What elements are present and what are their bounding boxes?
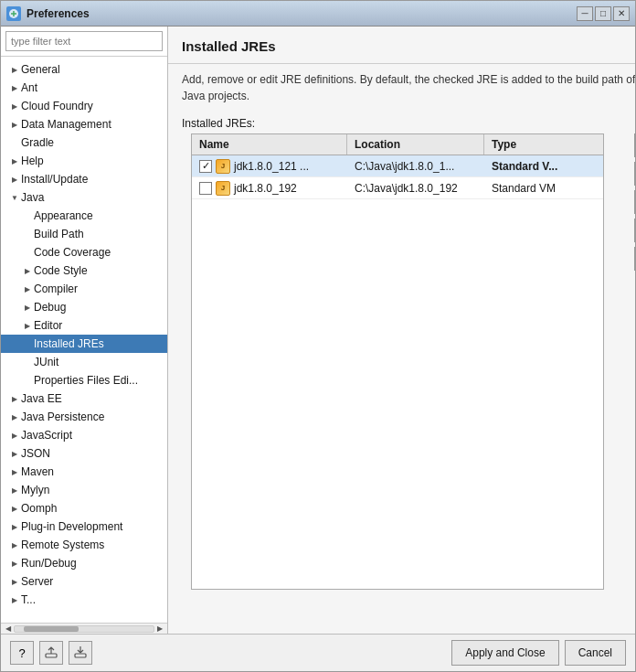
table-body: J jdk1.8.0_121 ... C:\Java\jdk1.8.0_1...… [192,155,603,199]
sidebar-label: Editor [34,319,62,332]
expand-arrow [8,191,21,204]
jre-name-cell: J jdk1.8.0_121 ... [192,157,347,176]
sidebar-item-remote-systems[interactable]: Remote Systems [1,536,167,554]
sidebar-item-general[interactable]: General [1,60,167,79]
sidebar-item-data-management[interactable]: Data Management [1,115,167,133]
panel-description: Add, remove or edit JRE definitions. By … [168,64,635,112]
expand-arrow [8,484,21,496]
sidebar-item-javascript[interactable]: JavaScript [1,426,167,444]
jre-name: jdk1.8.0_192 [234,182,297,195]
jre-name: jdk1.8.0_121 ... [234,160,309,173]
sidebar-label: JavaScript [21,429,72,442]
sidebar-item-properties-files-editor[interactable]: Properties Files Edi... [1,371,167,389]
expand-arrow [21,264,34,277]
duplicate-button[interactable]: Duplicate... [634,190,635,214]
edit-button[interactable]: Edit... [634,162,635,186]
tree-area: General Ant Cloud Foundry Data Managemen… [1,57,167,623]
sidebar-item-gradle[interactable]: Gradle [1,133,167,152]
jre-icon: J [216,181,230,196]
sidebar-item-cloud-foundry[interactable]: Cloud Foundry [1,97,167,115]
sidebar-item-build-path[interactable]: Build Path [1,225,167,243]
expand-arrow [8,465,21,478]
sidebar-item-ant[interactable]: Ant [1,79,167,97]
sidebar-item-help[interactable]: Help [1,152,167,170]
maximize-button[interactable]: □ [595,6,611,21]
sidebar-item-debug[interactable]: Debug [1,298,167,316]
jre-location-cell: C:\Java\jdk1.8.0_1... [347,158,484,175]
window-title: Preferences [26,7,577,20]
sidebar-item-java[interactable]: Java [1,188,167,207]
sidebar-item-code-style[interactable]: Code Style [1,261,167,280]
expand-arrow [8,502,21,515]
sidebar-label: Install/Update [21,173,88,186]
panel-title: Installed JREs [182,38,276,54]
help-button[interactable]: ? [10,641,34,665]
sidebar-label: Properties Files Edi... [34,374,138,387]
sidebar-item-compiler[interactable]: Compiler [1,280,167,298]
sidebar-item-junit[interactable]: JUnit [1,353,167,371]
sidebar-label: Build Path [34,228,84,240]
expand-arrow [8,81,21,94]
bottom-bar: ? Apply and Close Cancel [1,634,635,671]
import-button[interactable] [69,641,92,665]
sidebar-label: Plug-in Development [21,520,122,533]
sidebar-label: General [21,63,60,76]
scroll-left-arrow[interactable]: ◀ [3,624,14,635]
sidebar-item-server[interactable]: Server [1,572,167,591]
table-header: Name Location Type [192,134,603,155]
sidebar-item-run-debug[interactable]: Run/Debug [1,554,167,572]
search-button[interactable]: Search... [634,247,635,271]
installed-jres-label: Installed JREs: [168,112,635,133]
add-button[interactable]: Add... [634,133,635,157]
sidebar-label: Maven [21,465,54,478]
sidebar-item-appearance[interactable]: Appearance [1,207,167,225]
sidebar-item-t[interactable]: T... [1,591,167,609]
right-panel: Installed JREs ⟵ ⟶ ▼ Add, remove or edit… [168,27,635,634]
sidebar-label: Java [21,191,44,204]
sidebar-item-install-update[interactable]: Install/Update [1,170,167,188]
sidebar-item-java-persistence[interactable]: Java Persistence [1,408,167,426]
expand-arrow [8,520,21,533]
sidebar-item-editor[interactable]: Editor [1,316,167,335]
close-button[interactable]: ✕ [613,6,630,21]
export-button[interactable] [39,641,63,665]
table-row[interactable]: J jdk1.8.0_192 C:\Java\jdk1.8.0_192 Stan… [192,177,603,199]
sidebar-item-mylyn[interactable]: Mylyn [1,481,167,499]
sidebar-item-plug-in-development[interactable]: Plug-in Development [1,517,167,536]
table-row[interactable]: J jdk1.8.0_121 ... C:\Java\jdk1.8.0_1...… [192,155,603,177]
filter-box [1,27,167,57]
scroll-thumb [24,626,79,632]
sidebar-label: Gradle [21,136,54,149]
sidebar-label: Ant [21,81,37,94]
expand-arrow [8,593,21,606]
jre-checkbox[interactable] [199,182,212,195]
table-and-buttons: Name Location Type J jdk [168,133,635,599]
expand-arrow [21,209,34,222]
expand-arrow [8,447,21,460]
jre-type-cell: Standard VM [484,180,603,197]
sidebar-item-oomph[interactable]: Oomph [1,499,167,517]
scroll-right-arrow[interactable]: ▶ [154,624,165,635]
sidebar-label: Installed JREs [34,337,104,350]
expand-arrow [21,228,34,240]
expand-arrow [8,100,21,112]
sidebar-label: JUnit [34,356,58,368]
expand-arrow [8,557,21,570]
apply-and-close-button[interactable]: Apply and Close [451,640,558,666]
jre-name-cell: J jdk1.8.0_192 [192,179,347,197]
sidebar-item-java-ee[interactable]: Java EE [1,389,167,408]
sidebar-item-maven[interactable]: Maven [1,463,167,481]
sidebar-item-code-coverage[interactable]: Code Coverage [1,243,167,261]
sidebar-item-json[interactable]: JSON [1,444,167,463]
minimize-button[interactable]: ─ [577,6,593,21]
panel-header: Installed JREs ⟵ ⟶ ▼ [168,27,635,64]
cancel-button[interactable]: Cancel [565,640,626,666]
expand-arrow [8,136,21,149]
remove-button[interactable]: Remove [634,219,635,242]
jre-checkbox[interactable] [199,160,212,173]
jre-type-cell: Standard V... [484,158,603,175]
sidebar-item-installed-jres[interactable]: Installed JREs [1,335,167,353]
sidebar-horizontal-scrollbar[interactable]: ◀ ▶ [1,623,167,634]
filter-input[interactable] [5,31,163,51]
sidebar-label: Code Style [34,264,88,277]
